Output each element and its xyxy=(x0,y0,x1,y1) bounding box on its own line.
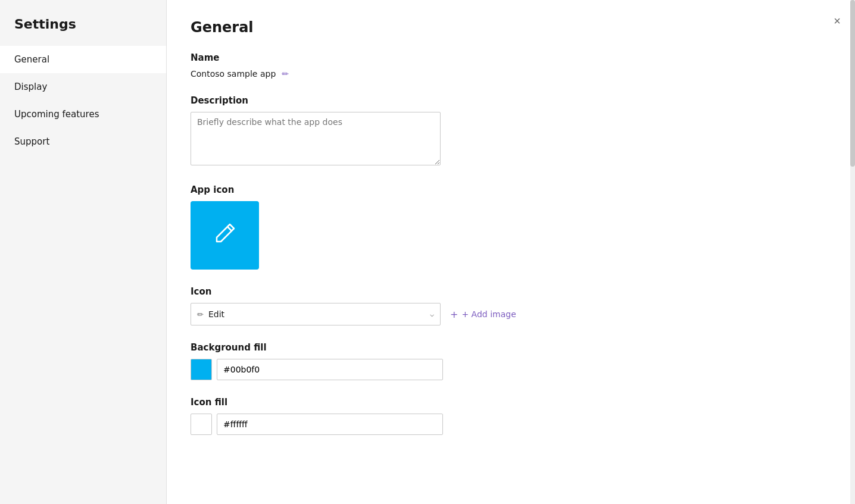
icon-label: Icon xyxy=(191,286,831,297)
scrollbar-track xyxy=(850,0,855,504)
name-row: Contoso sample app ✏ xyxy=(191,69,831,79)
background-fill-row xyxy=(191,359,831,380)
description-textarea[interactable] xyxy=(191,112,441,165)
sidebar-item-display[interactable]: Display xyxy=(0,73,166,101)
page-title: General xyxy=(191,19,254,36)
sidebar-title: Settings xyxy=(0,0,166,46)
icon-select-pencil-icon: ✏ xyxy=(197,310,204,319)
description-label: Description xyxy=(191,95,831,106)
app-icon-pencil-icon xyxy=(211,220,239,252)
icon-select-value: Edit xyxy=(208,309,224,319)
name-section: Name Contoso sample app ✏ xyxy=(191,52,831,79)
close-button[interactable]: × xyxy=(831,12,843,30)
icon-color-input[interactable] xyxy=(217,414,443,435)
sidebar-nav: General Display Upcoming features Suppor… xyxy=(0,46,166,155)
background-color-input[interactable] xyxy=(217,359,443,380)
scrollbar-thumb[interactable] xyxy=(850,0,855,167)
icon-color-swatch[interactable] xyxy=(191,414,212,435)
background-fill-label: Background fill xyxy=(191,342,831,353)
icon-fill-row xyxy=(191,414,831,435)
app-name-value: Contoso sample app xyxy=(191,69,276,79)
icon-row: ✏ Edit ⌵ + + Add image xyxy=(191,303,831,325)
icon-dropdown[interactable]: ✏ Edit ⌵ xyxy=(191,303,441,325)
add-image-label: + Add image xyxy=(461,309,516,319)
icon-section: Icon ✏ Edit ⌵ + + Add image xyxy=(191,286,831,325)
app-icon-section: App icon xyxy=(191,184,831,270)
add-image-button[interactable]: + + Add image xyxy=(450,309,516,320)
background-fill-section: Background fill xyxy=(191,342,831,380)
sidebar-item-general[interactable]: General xyxy=(0,46,166,73)
main-content: General × Name Contoso sample app ✏ Desc… xyxy=(167,0,855,504)
icon-fill-section: Icon fill xyxy=(191,397,831,435)
description-section: Description xyxy=(191,95,831,168)
app-icon-box[interactable] xyxy=(191,201,259,270)
sidebar: Settings General Display Upcoming featur… xyxy=(0,0,167,504)
app-icon-label: App icon xyxy=(191,184,831,195)
sidebar-item-upcoming-features[interactable]: Upcoming features xyxy=(0,101,166,128)
name-edit-icon[interactable]: ✏ xyxy=(282,69,289,79)
sidebar-item-support[interactable]: Support xyxy=(0,128,166,155)
name-label: Name xyxy=(191,52,831,63)
background-color-swatch[interactable] xyxy=(191,359,212,380)
icon-fill-label: Icon fill xyxy=(191,397,831,408)
main-header: General xyxy=(191,19,831,36)
chevron-down-icon: ⌵ xyxy=(430,310,434,318)
plus-icon: + xyxy=(450,309,458,320)
